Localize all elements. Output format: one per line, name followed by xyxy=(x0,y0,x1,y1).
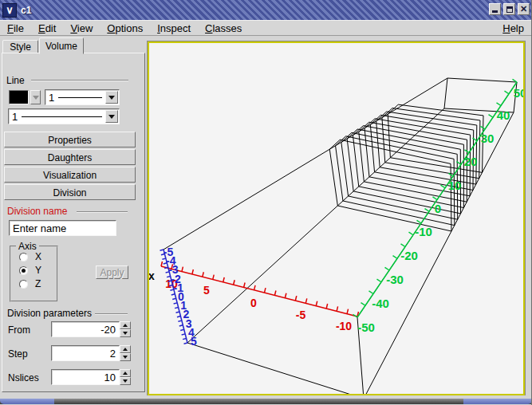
window-corner-right[interactable] xyxy=(463,399,532,404)
line-group-rule xyxy=(31,80,128,81)
from-spinner xyxy=(120,321,131,337)
minimize-icon xyxy=(492,10,498,13)
nslices-label: Nslices xyxy=(8,372,39,383)
line-color-value xyxy=(10,91,28,104)
svg-text:0: 0 xyxy=(435,202,441,215)
window-bottom-frame xyxy=(0,395,532,405)
svg-text:20: 20 xyxy=(464,155,478,168)
line-width-preview xyxy=(58,97,102,98)
spin-down-button[interactable] xyxy=(120,377,131,385)
arrow-up-icon xyxy=(123,372,128,375)
division-button[interactable]: Division xyxy=(4,184,136,200)
svg-text:40: 40 xyxy=(497,108,510,122)
svg-text:0: 0 xyxy=(250,297,257,309)
from-entry[interactable]: -20 xyxy=(51,321,120,337)
menu-edit[interactable]: Edit xyxy=(31,21,63,36)
nslices-entry[interactable]: 10 xyxy=(51,369,120,385)
svg-text:5: 5 xyxy=(191,335,197,348)
line-style-dropdown-button[interactable] xyxy=(105,110,118,123)
close-button[interactable]: ✕ xyxy=(518,3,530,15)
spin-up-button[interactable] xyxy=(120,321,131,329)
arrow-up-icon xyxy=(123,324,128,327)
volume-editor-panel: Style Volume Line 1 1 Properties Daughte… xyxy=(1,37,147,395)
line-style-combobox[interactable]: 1 xyxy=(8,108,120,124)
line-width-dropdown-button[interactable] xyxy=(105,91,118,104)
svg-text:5: 5 xyxy=(203,284,210,297)
svg-text:x: x xyxy=(149,269,155,282)
svg-text:-20: -20 xyxy=(400,249,418,262)
visualization-button[interactable]: Visualization xyxy=(4,167,136,183)
daughters-button[interactable]: Daughters xyxy=(4,149,136,165)
arrow-up-icon xyxy=(123,348,128,351)
axis-z-label: Z xyxy=(35,278,41,289)
window-border-bar xyxy=(0,399,532,404)
line-color-swatch[interactable] xyxy=(9,90,29,104)
division-name-rule xyxy=(77,211,128,213)
svg-text:-40: -40 xyxy=(372,297,389,310)
line-width-value: 1 xyxy=(45,92,54,104)
division-parameters-rule xyxy=(95,313,128,315)
properties-button[interactable]: Properties xyxy=(4,132,136,147)
maximize-button[interactable] xyxy=(503,3,515,15)
menu-file[interactable]: File xyxy=(0,21,31,36)
step-entry[interactable]: 2 xyxy=(51,345,120,361)
svg-text:-10: -10 xyxy=(415,225,432,238)
axis-radio-z[interactable]: Z xyxy=(19,278,41,289)
line-color-dropdown-button[interactable] xyxy=(30,90,41,104)
apply-button[interactable]: Apply xyxy=(96,265,128,279)
volume-tab-content: Line 1 1 Properties Daughters Visualizat… xyxy=(2,53,145,392)
radio-checked-icon xyxy=(19,266,28,275)
line-width-combobox[interactable]: 1 xyxy=(45,89,120,105)
spin-up-button[interactable] xyxy=(120,345,131,353)
window-menu-icon[interactable]: ∨ xyxy=(2,3,17,18)
division-name-input[interactable]: Enter name xyxy=(9,220,116,236)
chevron-down-icon xyxy=(108,115,115,119)
tab-style[interactable]: Style xyxy=(2,40,38,53)
step-label: Step xyxy=(8,348,28,360)
svg-text:10: 10 xyxy=(448,179,462,192)
division-name-label: Division name xyxy=(7,206,67,217)
step-spinner xyxy=(120,345,131,361)
tab-volume[interactable]: Volume xyxy=(39,37,84,54)
chevron-down-icon xyxy=(108,96,115,100)
spin-down-button[interactable] xyxy=(120,329,131,337)
axis-y-label: Y xyxy=(35,265,41,276)
line-style-value: 1 xyxy=(9,111,18,123)
title-bar[interactable]: ∨ c1 ✕ xyxy=(0,0,532,20)
spin-down-button[interactable] xyxy=(120,353,131,361)
svg-text:-10: -10 xyxy=(336,320,352,332)
window-corner-left[interactable] xyxy=(0,399,54,404)
axis-legend: Axis xyxy=(16,241,39,252)
arrow-down-icon xyxy=(123,356,128,359)
radio-icon xyxy=(19,280,28,289)
root-canvas-window: { "window": { "title": "c1", "controls":… xyxy=(0,0,532,405)
svg-text:-50: -50 xyxy=(357,320,375,334)
menu-inspect[interactable]: Inspect xyxy=(150,21,198,36)
canvas-pad[interactable]: 1050-5-10x-50-40-30-20-1001020304050-5-4… xyxy=(148,41,525,395)
svg-text:-30: -30 xyxy=(386,273,404,286)
svg-text:-5: -5 xyxy=(296,309,306,321)
menu-bar: File Edit View Options Inspect Classes H… xyxy=(0,20,532,36)
close-icon: ✕ xyxy=(520,5,527,14)
division-parameters-label: Division parameters xyxy=(7,308,92,319)
arrow-down-icon xyxy=(123,332,128,335)
from-label: From xyxy=(8,324,30,336)
menu-classes[interactable]: Classes xyxy=(198,21,249,36)
axis-radio-x[interactable]: X xyxy=(19,251,41,262)
minimize-button[interactable] xyxy=(489,3,501,15)
menu-help[interactable]: Help xyxy=(498,21,529,36)
maximize-icon xyxy=(506,6,513,13)
axis-x-label: X xyxy=(35,251,41,262)
menu-options[interactable]: Options xyxy=(100,21,150,36)
svg-text:50: 50 xyxy=(514,86,523,100)
svg-text:30: 30 xyxy=(481,132,495,145)
spin-up-button[interactable] xyxy=(120,369,131,377)
line-style-preview xyxy=(22,116,102,117)
wireframe-3d-view: 1050-5-10x-50-40-30-20-1001020304050-5-4… xyxy=(149,43,523,394)
line-group-label: Line xyxy=(6,75,25,86)
radio-icon xyxy=(19,253,28,261)
menu-view[interactable]: View xyxy=(63,21,100,36)
axis-radio-y[interactable]: Y xyxy=(19,265,41,276)
window-title: c1 xyxy=(21,5,31,16)
arrow-down-icon xyxy=(123,379,128,383)
